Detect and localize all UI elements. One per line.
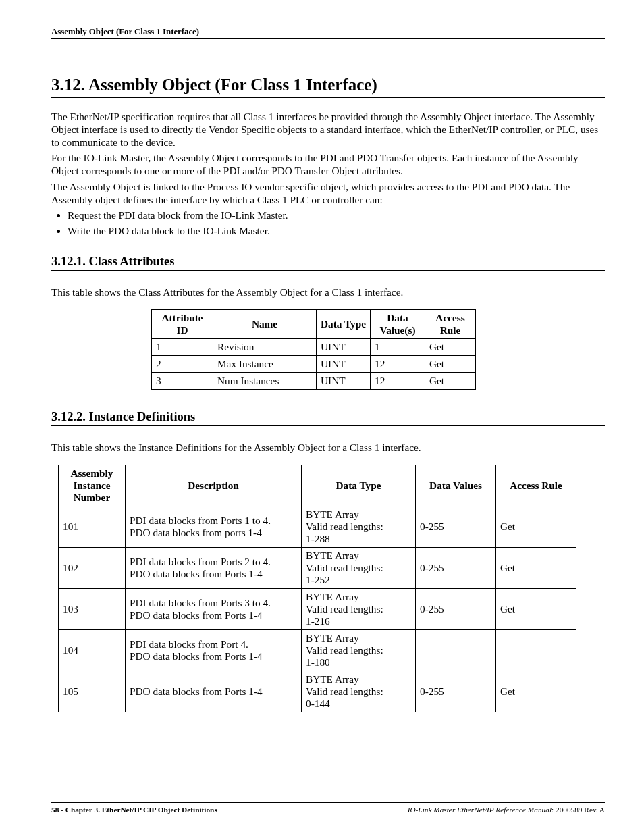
- col-data-type: Data Type: [302, 465, 416, 506]
- page-footer: 58 - Chapter 3. EtherNet/IP CIP Object D…: [51, 802, 605, 814]
- table-row: 1 Revision UINT 1 Get: [152, 339, 476, 356]
- subsection-title-text: Class Attributes: [89, 255, 175, 268]
- footer-doc-id: : 2000589 Rev. A: [552, 806, 605, 814]
- instance-definitions-table: AssemblyInstanceNumber Description Data …: [58, 465, 576, 712]
- cell-dtype: UINT: [317, 356, 371, 373]
- footer-manual-title: IO-Link Master EtherNet/IP Reference Man…: [408, 806, 552, 814]
- col-access-rule: AccessRule: [425, 310, 476, 339]
- cell-name: Num Instances: [213, 373, 317, 390]
- subsection-class-attributes: 3.12.1. Class Attributes This table show…: [51, 255, 605, 390]
- cell-id: 3: [152, 373, 213, 390]
- paragraph-1: The EtherNet/IP specification requires t…: [51, 110, 605, 149]
- cell-rule: [496, 630, 576, 671]
- footer-right: IO-Link Master EtherNet/IP Reference Man…: [408, 806, 605, 814]
- cell-vals: 0-255: [416, 589, 496, 630]
- cell-id: 2: [152, 356, 213, 373]
- subsection-title-text: Instance Definitions: [89, 410, 196, 423]
- section-title-text: Assembly Object (For Class 1 Interface): [88, 76, 377, 94]
- col-attribute-id: AttributeID: [152, 310, 213, 339]
- table-header-row: AttributeID Name Data Type DataValue(s) …: [152, 310, 476, 339]
- col-access-rule: Access Rule: [496, 465, 576, 506]
- col-instance-number: AssemblyInstanceNumber: [59, 465, 126, 506]
- cell-rule: Get: [496, 671, 576, 712]
- bullet-list: Request the PDI data block from the IO-L…: [51, 209, 605, 237]
- cell-rule: Get: [496, 548, 576, 589]
- subsection-rule: [51, 425, 605, 426]
- table-row: 105 PDO data blocks from Ports 1-4 BYTE …: [59, 671, 576, 712]
- list-item: Request the PDI data block from the IO-L…: [68, 209, 605, 221]
- col-data-type: Data Type: [317, 310, 371, 339]
- cell-id: 1: [152, 339, 213, 356]
- col-data-values: DataValue(s): [371, 310, 425, 339]
- col-description: Description: [126, 465, 302, 506]
- footer-rule: [51, 802, 605, 803]
- footer-left: 58 - Chapter 3. EtherNet/IP CIP Object D…: [51, 806, 217, 814]
- table-row: 104 PDI data blocks from Port 4. PDO dat…: [59, 630, 576, 671]
- subsection-intro: This table shows the Class Attributes fo…: [51, 286, 605, 298]
- running-header: Assembly Object (For Class 1 Interface): [51, 27, 605, 39]
- cell-val: 12: [371, 356, 425, 373]
- subsection-number: 3.12.1.: [51, 255, 86, 268]
- cell-val: 12: [371, 373, 425, 390]
- footer-row: 58 - Chapter 3. EtherNet/IP CIP Object D…: [51, 806, 605, 814]
- cell-num: 103: [59, 589, 126, 630]
- paragraph-3: The Assembly Object is linked to the Pro…: [51, 180, 605, 206]
- cell-dtype: UINT: [317, 373, 371, 390]
- cell-rule: Get: [425, 356, 476, 373]
- cell-val: 1: [371, 339, 425, 356]
- cell-vals: 0-255: [416, 506, 496, 548]
- cell-rule: Get: [496, 506, 576, 548]
- cell-name: Max Instance: [213, 356, 317, 373]
- footer-page-number: 58 -: [51, 806, 65, 814]
- cell-rule: Get: [425, 339, 476, 356]
- cell-rule: Get: [496, 589, 576, 630]
- cell-desc: PDI data blocks from Ports 3 to 4. PDO d…: [126, 589, 302, 630]
- subsection-instance-definitions: 3.12.2. Instance Definitions This table …: [51, 410, 605, 712]
- cell-dtype: BYTE Array Valid read lengths: 1-216: [302, 589, 416, 630]
- cell-vals: [416, 630, 496, 671]
- class-attributes-table: AttributeID Name Data Type DataValue(s) …: [151, 309, 476, 390]
- cell-dtype: BYTE Array Valid read lengths: 1-180: [302, 630, 416, 671]
- table-header-row: AssemblyInstanceNumber Description Data …: [59, 465, 576, 506]
- list-item: Write the PDO data block to the IO-Link …: [68, 224, 605, 237]
- cell-dtype: BYTE Array Valid read lengths: 0-144: [302, 671, 416, 712]
- footer-chapter: Chapter 3. EtherNet/IP CIP Object Defini…: [65, 806, 217, 814]
- table-row: 2 Max Instance UINT 12 Get: [152, 356, 476, 373]
- subsection-rule: [51, 270, 605, 271]
- subsection-number: 3.12.2.: [51, 410, 86, 423]
- cell-desc: PDI data blocks from Port 4. PDO data bl…: [126, 630, 302, 671]
- cell-vals: 0-255: [416, 548, 496, 589]
- cell-num: 104: [59, 630, 126, 671]
- subsection-title: 3.12.2. Instance Definitions: [51, 410, 605, 424]
- cell-vals: 0-255: [416, 671, 496, 712]
- page: Assembly Object (For Class 1 Interface) …: [0, 0, 644, 834]
- section-number: 3.12.: [51, 76, 85, 94]
- cell-desc: PDI data blocks from Ports 1 to 4. PDO d…: [126, 506, 302, 548]
- cell-num: 102: [59, 548, 126, 589]
- table-row: 101 PDI data blocks from Ports 1 to 4. P…: [59, 506, 576, 548]
- cell-num: 101: [59, 506, 126, 548]
- col-name: Name: [213, 310, 317, 339]
- subsection-intro: This table shows the Instance Definition…: [51, 441, 605, 454]
- subsection-title: 3.12.1. Class Attributes: [51, 255, 605, 269]
- col-data-values: Data Values: [416, 465, 496, 506]
- cell-rule: Get: [425, 373, 476, 390]
- section-title: 3.12. Assembly Object (For Class 1 Inter…: [51, 76, 605, 95]
- cell-desc: PDO data blocks from Ports 1-4: [126, 671, 302, 712]
- title-rule: [51, 97, 605, 98]
- table-row: 102 PDI data blocks from Ports 2 to 4. P…: [59, 548, 576, 589]
- cell-dtype: BYTE Array Valid read lengths: 1-288: [302, 506, 416, 548]
- cell-num: 105: [59, 671, 126, 712]
- cell-desc: PDI data blocks from Ports 2 to 4. PDO d…: [126, 548, 302, 589]
- table-row: 3 Num Instances UINT 12 Get: [152, 373, 476, 390]
- paragraph-2: For the IO-Link Master, the Assembly Obj…: [51, 151, 605, 177]
- table-row: 103 PDI data blocks from Ports 3 to 4. P…: [59, 589, 576, 630]
- cell-dtype: BYTE Array Valid read lengths: 1-252: [302, 548, 416, 589]
- cell-dtype: UINT: [317, 339, 371, 356]
- cell-name: Revision: [213, 339, 317, 356]
